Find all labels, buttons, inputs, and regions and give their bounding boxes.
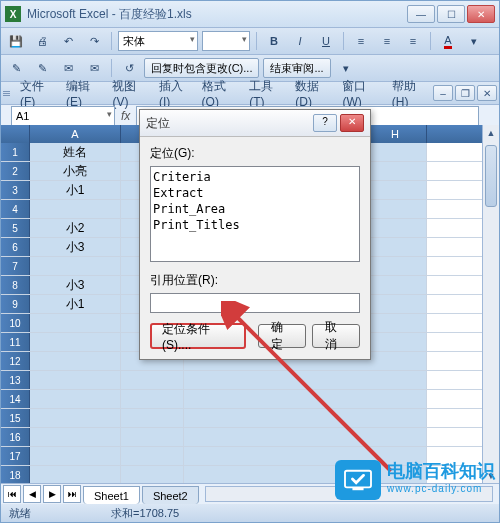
cell[interactable] [364,276,427,294]
row-header[interactable]: 4 [1,200,30,218]
cell[interactable] [364,371,427,389]
list-item[interactable]: Print_Titles [153,217,357,233]
reference-input[interactable] [150,293,360,313]
more-icon[interactable]: ▾ [463,30,485,52]
row-header[interactable]: 11 [1,333,30,351]
dialog-help-button[interactable]: ? [313,114,337,132]
cell[interactable] [364,143,427,161]
scroll-thumb[interactable] [485,145,497,207]
cell[interactable] [364,238,427,256]
cell[interactable]: 姓名 [30,143,121,161]
save-icon[interactable]: 💾 [5,30,27,52]
toolbar-handle-icon[interactable] [3,85,10,101]
cell[interactable] [30,466,121,484]
vertical-scrollbar[interactable]: ▲ ▼ [482,125,499,484]
row-header[interactable]: 18 [1,466,30,484]
font-color-icon[interactable]: A [437,30,459,52]
column-header[interactable]: H [364,125,427,143]
row-header[interactable]: 14 [1,390,30,408]
sheet-tab-sheet2[interactable]: Sheet2 [142,486,199,504]
cell[interactable] [364,200,427,218]
goto-listbox[interactable]: CriteriaExtractPrint_AreaPrint_Titles [150,166,360,262]
cell[interactable] [30,428,121,446]
cell[interactable]: 小1 [30,181,121,199]
list-item[interactable]: Extract [153,185,357,201]
row-header[interactable]: 1 [1,143,30,161]
row-header[interactable]: 7 [1,257,30,275]
cell[interactable] [121,428,184,446]
row-header[interactable]: 17 [1,447,30,465]
sheet-nav-first-icon[interactable]: ⏮ [3,485,21,503]
cell[interactable] [364,314,427,332]
close-button[interactable]: ✕ [467,5,495,23]
maximize-button[interactable]: ☐ [437,5,465,23]
cell[interactable] [121,390,184,408]
cell[interactable] [30,257,121,275]
align-right-icon[interactable]: ≡ [402,30,424,52]
row-header[interactable]: 12 [1,352,30,370]
cell[interactable] [364,219,427,237]
cell[interactable] [364,181,427,199]
workbook-close-button[interactable]: ✕ [477,85,497,101]
workbook-restore-button[interactable]: ❐ [455,85,475,101]
name-box[interactable]: A1 [11,106,115,126]
cell[interactable] [121,466,184,484]
cell[interactable]: 小3 [30,276,121,294]
underline-button[interactable]: U [315,30,337,52]
row-header[interactable]: 9 [1,295,30,313]
cell[interactable]: 小2 [30,219,121,237]
font-name-dropdown[interactable]: 宋体 [118,31,198,51]
row-header[interactable]: 13 [1,371,30,389]
ok-button[interactable]: 确定 [258,324,306,348]
column-header[interactable]: A [30,125,121,143]
row-header[interactable]: 6 [1,238,30,256]
select-all-corner[interactable] [1,125,30,143]
dialog-close-button[interactable]: ✕ [340,114,364,132]
cell[interactable] [30,371,121,389]
cell[interactable] [364,162,427,180]
cell[interactable] [364,409,427,427]
row-header[interactable]: 16 [1,428,30,446]
cell[interactable] [364,390,427,408]
sheet-nav-next-icon[interactable]: ▶ [43,485,61,503]
row-header[interactable]: 2 [1,162,30,180]
bold-button[interactable]: B [263,30,285,52]
align-left-icon[interactable]: ≡ [350,30,372,52]
minimize-button[interactable]: — [407,5,435,23]
font-size-dropdown[interactable] [202,31,250,51]
cell[interactable] [30,200,121,218]
cell[interactable] [30,409,121,427]
print-icon[interactable]: 🖨 [31,30,53,52]
cell[interactable] [364,352,427,370]
cell[interactable] [30,314,121,332]
cell[interactable] [30,390,121,408]
list-item[interactable]: Print_Area [153,201,357,217]
cell[interactable]: 小3 [30,238,121,256]
cell[interactable]: 小亮 [30,162,121,180]
cell[interactable] [30,333,121,351]
cancel-button[interactable]: 取消 [312,324,360,348]
cell[interactable] [364,295,427,313]
cell[interactable] [30,352,121,370]
cell[interactable] [364,333,427,351]
cell[interactable] [121,409,184,427]
list-item[interactable]: Criteria [153,169,357,185]
row-header[interactable]: 3 [1,181,30,199]
redo-icon[interactable]: ↷ [83,30,105,52]
scroll-up-icon[interactable]: ▲ [483,125,499,141]
cell[interactable]: 小1 [30,295,121,313]
cell[interactable] [30,447,121,465]
row-header[interactable]: 8 [1,276,30,294]
row-header[interactable]: 5 [1,219,30,237]
italic-button[interactable]: I [289,30,311,52]
align-center-icon[interactable]: ≡ [376,30,398,52]
cell[interactable] [121,371,184,389]
dialog-title-bar[interactable]: 定位 ? ✕ [140,110,370,137]
sheet-nav-last-icon[interactable]: ⏭ [63,485,81,503]
cell[interactable] [364,428,427,446]
row-header[interactable]: 15 [1,409,30,427]
row-header[interactable]: 10 [1,314,30,332]
sheet-nav-prev-icon[interactable]: ◀ [23,485,41,503]
workbook-minimize-button[interactable]: – [433,85,453,101]
undo-icon[interactable]: ↶ [57,30,79,52]
